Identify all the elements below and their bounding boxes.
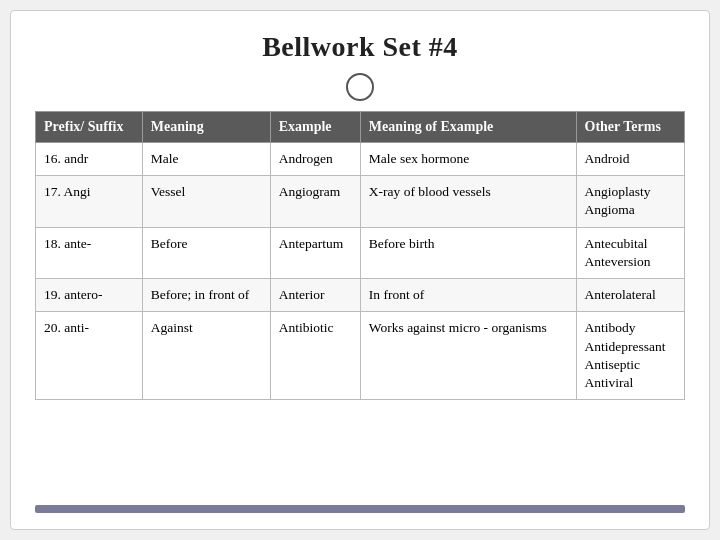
table-row: 17. AngiVesselAngiogramX-ray of blood ve… <box>36 176 685 227</box>
col-header-prefix: Prefix/ Suffix <box>36 112 143 143</box>
cell-prefix: 17. Angi <box>36 176 143 227</box>
cell-other-terms: Antibody Antidepressant Antiseptic Antiv… <box>576 312 684 400</box>
col-header-meaning-of-example: Meaning of Example <box>360 112 576 143</box>
content-table: Prefix/ Suffix Meaning Example Meaning o… <box>35 111 685 400</box>
table-row: 20. anti-AgainstAntibioticWorks against … <box>36 312 685 400</box>
cell-meaning-of-example: Before birth <box>360 227 576 278</box>
cell-prefix: 20. anti- <box>36 312 143 400</box>
table-row: 18. ante-BeforeAntepartumBefore birthAnt… <box>36 227 685 278</box>
footer-bar <box>35 505 685 513</box>
cell-meaning-of-example: In front of <box>360 279 576 312</box>
cell-other-terms: Angioplasty Angioma <box>576 176 684 227</box>
cell-meaning-of-example: X-ray of blood vessels <box>360 176 576 227</box>
cell-meaning-of-example: Works against micro - organisms <box>360 312 576 400</box>
table-row: 19. antero-Before; in front ofAnteriorIn… <box>36 279 685 312</box>
table-header-row: Prefix/ Suffix Meaning Example Meaning o… <box>36 112 685 143</box>
cell-example: Androgen <box>270 143 360 176</box>
col-header-meaning: Meaning <box>142 112 270 143</box>
cell-prefix: 16. andr <box>36 143 143 176</box>
cell-other-terms: Android <box>576 143 684 176</box>
cell-prefix: 18. ante- <box>36 227 143 278</box>
cell-meaning: Before; in front of <box>142 279 270 312</box>
cell-meaning: Male <box>142 143 270 176</box>
slide: Bellwork Set #4 Prefix/ Suffix Meaning E… <box>10 10 710 530</box>
cell-meaning-of-example: Male sex hormone <box>360 143 576 176</box>
slide-title: Bellwork Set #4 <box>262 31 458 63</box>
cell-example: Antibiotic <box>270 312 360 400</box>
cell-prefix: 19. antero- <box>36 279 143 312</box>
cell-meaning: Vessel <box>142 176 270 227</box>
cell-example: Anterior <box>270 279 360 312</box>
table-row: 16. andrMaleAndrogenMale sex hormoneAndr… <box>36 143 685 176</box>
cell-meaning: Before <box>142 227 270 278</box>
cell-example: Antepartum <box>270 227 360 278</box>
cell-meaning: Against <box>142 312 270 400</box>
cell-other-terms: Antecubital Anteversion <box>576 227 684 278</box>
cell-example: Angiogram <box>270 176 360 227</box>
col-header-other-terms: Other Terms <box>576 112 684 143</box>
col-header-example: Example <box>270 112 360 143</box>
circle-divider <box>346 73 374 101</box>
cell-other-terms: Anterolateral <box>576 279 684 312</box>
